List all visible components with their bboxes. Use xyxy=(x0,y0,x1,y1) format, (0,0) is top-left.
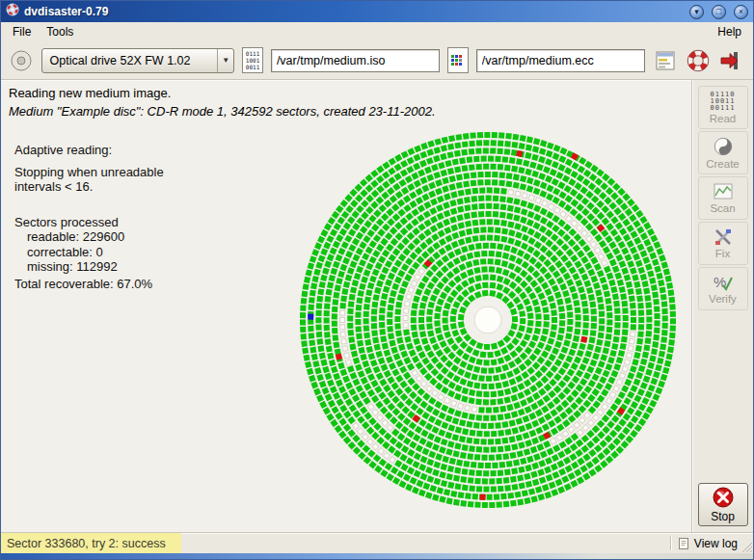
chevron-down-icon[interactable]: ▼ xyxy=(217,49,233,72)
iso-icon-binary-line: 0111 xyxy=(246,51,259,57)
fix-button-label: Fix xyxy=(715,248,730,259)
drive-selector-dropdown[interactable]: Optical drive 52X FW 1.02 ▼ xyxy=(41,48,235,73)
verify-button-label: Verify xyxy=(709,293,737,305)
menu-help[interactable]: Help xyxy=(710,23,749,40)
verify-percent-icon: % xyxy=(713,273,734,292)
read-button[interactable]: 01110 10011 00111 Read xyxy=(698,86,748,129)
iso-file-icon: 0111 1001 0011 xyxy=(242,47,263,73)
correctable-count: correctable: 0 xyxy=(14,245,164,260)
quit-icon[interactable] xyxy=(718,48,743,73)
medium-description: Medium "Example disc": CD-R mode 1, 3425… xyxy=(9,104,436,119)
scan-button-label: Scan xyxy=(710,202,735,214)
app-icon xyxy=(6,3,19,20)
stopping-condition-line2: intervals < 16. xyxy=(14,179,164,195)
adaptive-reading-label: Adaptive reading: xyxy=(14,143,164,158)
status-bar: Sector 333680, try 2: success View log xyxy=(1,532,753,553)
stop-button-label: Stop xyxy=(711,510,735,523)
verify-button[interactable]: % Verify xyxy=(698,267,748,310)
resize-grip[interactable] xyxy=(740,540,753,553)
read-button-label: Read xyxy=(710,113,737,124)
readable-count: readable: 229600 xyxy=(14,229,164,245)
drive-icon xyxy=(9,48,34,73)
preferences-icon[interactable] xyxy=(653,48,678,73)
toolbar: Optical drive 52X FW 1.02 ▼ 0111 1001 00… xyxy=(1,41,753,80)
stopping-condition-line1: Stopping when unreadable xyxy=(14,165,164,180)
help-lifesaver-icon[interactable] xyxy=(686,48,711,73)
iso-path-input[interactable] xyxy=(271,49,440,72)
log-page-icon xyxy=(678,537,690,550)
menu-tools[interactable]: Tools xyxy=(39,23,81,40)
separator xyxy=(670,536,672,550)
title-bar[interactable]: dvdisaster-0.79 ▾ □ × xyxy=(1,1,753,22)
iso-icon-binary-line: 0011 xyxy=(246,65,259,70)
action-title: Reading new medium image. xyxy=(9,86,436,100)
status-header: Reading new medium image. Medium "Exampl… xyxy=(9,86,436,119)
read-binary-icon: 01110 10011 00111 xyxy=(710,92,735,112)
create-button-label: Create xyxy=(706,158,740,170)
fix-tools-icon xyxy=(713,227,734,247)
scan-button[interactable]: Scan xyxy=(698,176,748,220)
sectors-processed-label: Sectors processed xyxy=(14,215,164,230)
toolbar-right-group xyxy=(653,48,745,73)
reading-info-panel: Adaptive reading: Stopping when unreadab… xyxy=(14,143,164,291)
drive-selector-value: Optical drive 52X FW 1.02 xyxy=(42,54,218,67)
yin-yang-icon xyxy=(713,136,734,157)
stop-icon xyxy=(712,486,735,509)
total-recoverable: Total recoverable: 67.0% xyxy=(14,277,164,292)
main-content: Reading new medium image. Medium "Exampl… xyxy=(1,80,692,532)
adaptive-reading-spiral xyxy=(299,131,677,509)
action-sidebar: 01110 10011 00111 Read Create xyxy=(691,80,753,532)
menu-file[interactable]: File xyxy=(5,23,39,40)
ecc-path-input[interactable] xyxy=(476,49,645,72)
iso-icon-binary-line: 1001 xyxy=(246,58,259,64)
window-bottom-frame xyxy=(1,553,753,559)
ecc-file-icon xyxy=(447,47,469,73)
stop-button[interactable]: Stop xyxy=(698,483,748,526)
maximize-button[interactable]: □ xyxy=(712,5,726,19)
window-title: dvdisaster-0.79 xyxy=(24,5,108,18)
minimize-button[interactable]: ▾ xyxy=(689,5,704,19)
view-log-label: View log xyxy=(694,537,738,550)
missing-count: missing: 112992 xyxy=(14,259,164,275)
fix-button[interactable]: Fix xyxy=(698,222,748,265)
status-message: Sector 333680, try 2: success xyxy=(1,533,181,553)
menu-bar: File Tools Help xyxy=(1,22,753,41)
create-button[interactable]: Create xyxy=(698,131,748,174)
scan-chart-icon xyxy=(713,182,734,201)
app-window: dvdisaster-0.79 ▾ □ × File Tools Help Op… xyxy=(0,0,754,560)
close-button[interactable]: × xyxy=(734,5,748,19)
